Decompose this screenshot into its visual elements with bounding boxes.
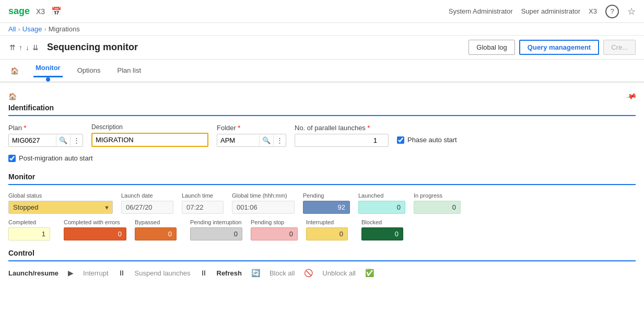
- breadcrumb-usage[interactable]: Usage: [22, 25, 42, 33]
- parallel-label: No. of parallel launches *: [295, 124, 389, 132]
- folder-input[interactable]: [217, 134, 259, 146]
- breadcrumb-migrations: Migrations: [49, 25, 80, 33]
- tab-monitor[interactable]: Monitor: [33, 60, 63, 77]
- suspend-label[interactable]: Suspend launches: [135, 269, 191, 277]
- pending-label: Pending: [303, 192, 350, 199]
- global-status-select[interactable]: Stopped: [8, 201, 113, 214]
- help-icon[interactable]: ?: [605, 5, 619, 18]
- star-icon[interactable]: ☆: [627, 6, 636, 17]
- header-bar: ⇈ ↑ ↓ ⇊ Sequencing monitor Global log Qu…: [0, 36, 644, 60]
- pending-stop-input[interactable]: [251, 227, 298, 240]
- post-migration-checkbox[interactable]: [8, 155, 16, 162]
- top-nav-right: System Administrator Super administrator…: [449, 5, 636, 18]
- block-all-icon[interactable]: 🚫: [304, 269, 313, 277]
- plan-group: Plan * 🔍 ⋮: [8, 124, 83, 147]
- home-icon[interactable]: 🏠: [8, 93, 17, 100]
- refresh-label[interactable]: Refresh: [217, 269, 242, 277]
- pin-icon[interactable]: 📌: [625, 90, 637, 102]
- launch-resume-icon[interactable]: ▶: [68, 269, 74, 277]
- breadcrumb: All › Usage › Migrations: [0, 23, 644, 36]
- phase-auto-start-checkbox[interactable]: [397, 136, 404, 144]
- global-time-group: Global time (hhh:mm): [232, 192, 295, 214]
- description-group: Description: [91, 123, 208, 147]
- global-time-input[interactable]: [232, 201, 295, 214]
- pending-stop-group: Pending stop: [251, 219, 298, 240]
- global-status-label: Global status: [8, 192, 113, 199]
- tab-plan-list[interactable]: Plan list: [115, 62, 143, 80]
- system-admin-label: System Administrator: [449, 7, 513, 15]
- block-all-label[interactable]: Block all: [270, 269, 295, 277]
- launched-group: Launched: [358, 192, 405, 214]
- phase-auto-start-label: Phase auto start: [407, 136, 457, 144]
- monitor-row2: Completed Completed with errors Bypassed…: [8, 219, 636, 240]
- plan-input[interactable]: [9, 134, 56, 146]
- folder-group: Folder * 🔍 ⋮: [217, 124, 286, 147]
- unblock-all-icon[interactable]: ✅: [365, 269, 374, 277]
- bypassed-input[interactable]: [135, 227, 177, 240]
- plan-more-icon[interactable]: ⋮: [70, 135, 83, 146]
- tab-indicator: [46, 77, 50, 82]
- post-migration-row: Post-migration auto start: [8, 154, 636, 164]
- breadcrumb-sep2: ›: [44, 25, 46, 33]
- sage-logo: sage: [8, 6, 30, 17]
- create-button: Cre...: [603, 40, 636, 55]
- completed-group: Completed: [8, 219, 55, 240]
- control-row: Launch/resume ▶ Interrupt ⏸ Suspend laun…: [8, 269, 636, 277]
- pending-group: Pending: [303, 192, 350, 214]
- interrupt-label[interactable]: Interrupt: [83, 269, 108, 277]
- pending-interruption-input[interactable]: [190, 227, 242, 240]
- launch-time-input[interactable]: [182, 201, 224, 214]
- description-input[interactable]: [92, 134, 207, 146]
- plan-required: *: [24, 124, 26, 132]
- launched-input[interactable]: [358, 201, 405, 214]
- interrupted-label: Interrupted: [306, 219, 353, 225]
- launched-label: Launched: [358, 192, 405, 199]
- completed-input[interactable]: [8, 227, 50, 240]
- suspend-icon[interactable]: ⏸: [200, 269, 207, 277]
- parallel-input[interactable]: [295, 134, 389, 147]
- top-nav-left: sage X3 📅: [8, 6, 62, 17]
- nav-down-icon[interactable]: ↓: [25, 43, 30, 52]
- identification-section-title: Identification: [8, 104, 636, 116]
- nav-up-icon[interactable]: ↑: [18, 43, 24, 52]
- tab-bar: 🏠 Monitor Options Plan list: [0, 60, 644, 83]
- parallel-group: No. of parallel launches *: [295, 124, 389, 147]
- header-left: ⇈ ↑ ↓ ⇊ Sequencing monitor: [8, 42, 138, 53]
- phase-auto-start-row: Phase auto start: [397, 136, 457, 147]
- query-management-button[interactable]: Query management: [519, 40, 599, 55]
- interrupt-icon[interactable]: ⏸: [118, 269, 125, 277]
- pending-interruption-label: Pending interruption: [190, 219, 242, 225]
- folder-more-icon[interactable]: ⋮: [273, 135, 286, 146]
- launch-time-group: Launch time: [182, 192, 224, 214]
- identification-form-row: Plan * 🔍 ⋮ Description Folder *: [8, 123, 636, 147]
- post-migration-label: Post-migration auto start: [19, 154, 93, 162]
- calendar-icon[interactable]: 📅: [51, 6, 62, 16]
- tab-options[interactable]: Options: [75, 62, 103, 80]
- blocked-input[interactable]: [361, 227, 403, 240]
- completed-label: Completed: [8, 219, 55, 225]
- x3-user-label: X3: [589, 7, 597, 15]
- unblock-all-label[interactable]: Unblock all: [322, 269, 356, 277]
- folder-label: Folder *: [217, 124, 286, 132]
- blocked-label: Blocked: [361, 219, 408, 225]
- launch-date-input[interactable]: [121, 201, 173, 214]
- breadcrumb-all[interactable]: All: [8, 25, 16, 33]
- nav-last-icon[interactable]: ⇊: [31, 43, 40, 52]
- tab-home[interactable]: 🏠: [8, 63, 21, 79]
- refresh-icon[interactable]: 🔄: [251, 269, 260, 277]
- plan-search-icon[interactable]: 🔍: [56, 135, 70, 146]
- completed-errors-label: Completed with errors: [64, 219, 126, 225]
- interrupted-input[interactable]: [306, 227, 348, 240]
- pending-interruption-group: Pending interruption: [190, 219, 242, 240]
- nav-first-icon[interactable]: ⇈: [8, 43, 17, 52]
- in-progress-input[interactable]: [414, 201, 461, 214]
- pending-input[interactable]: [303, 201, 350, 214]
- in-progress-label: In progress: [414, 192, 461, 199]
- top-nav: sage X3 📅 System Administrator Super adm…: [0, 0, 644, 23]
- global-log-button[interactable]: Global log: [469, 40, 515, 55]
- control-section-title: Control: [8, 249, 636, 261]
- completed-errors-group: Completed with errors: [64, 219, 126, 240]
- folder-search-icon[interactable]: 🔍: [259, 135, 273, 146]
- completed-errors-input[interactable]: [64, 227, 126, 240]
- content-area: 🏠 📌 Identification Plan * 🔍 ⋮ Descriptio…: [0, 83, 644, 283]
